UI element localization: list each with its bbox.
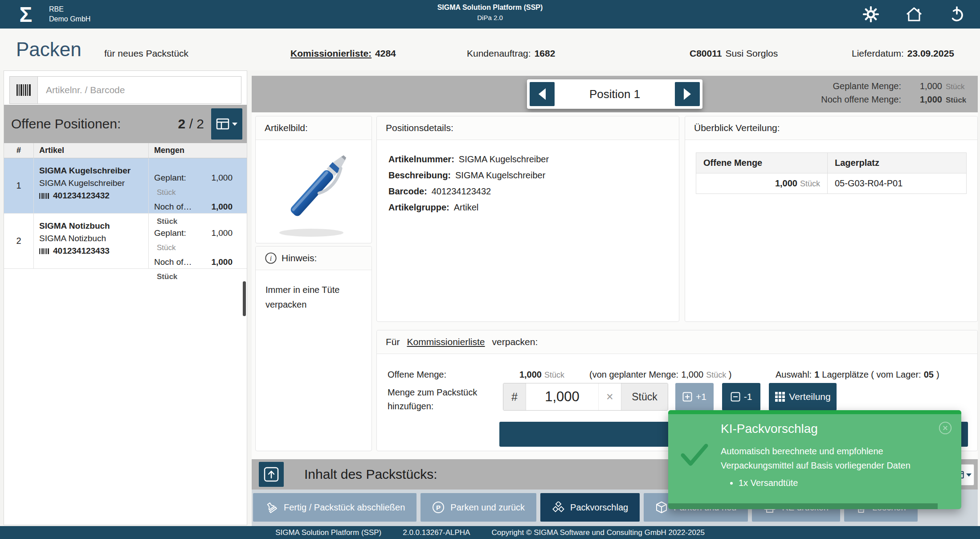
hint-card: i Hinweis: Immer in eine Tüte verpacken bbox=[255, 246, 372, 451]
open-positions-panel: Offene Positionen: 2 / 2 # Artikel Menge… bbox=[4, 70, 247, 525]
toast-suggestion-item: 1x Versandtüte bbox=[739, 478, 798, 488]
chevron-down-icon bbox=[966, 473, 972, 477]
quantity-label: Menge zum Packstück hinzufügen: bbox=[388, 386, 477, 413]
quantity-input-group: # × Stück bbox=[503, 383, 668, 411]
home-icon[interactable] bbox=[905, 6, 923, 23]
package-content-title: Inhalt des Packstücks: bbox=[304, 467, 437, 482]
next-position-button[interactable] bbox=[675, 82, 700, 106]
footer-copyright: Copyright © SIGMA Software und Consultin… bbox=[491, 528, 704, 537]
toast-progress-bar bbox=[668, 503, 938, 509]
hint-title: Hinweis: bbox=[282, 253, 317, 263]
info-icon: i bbox=[265, 252, 277, 264]
chevron-down-icon bbox=[232, 123, 237, 126]
company-name: RBE Demo GmbH bbox=[49, 4, 90, 24]
grid-icon bbox=[775, 391, 785, 402]
view-options-button[interactable] bbox=[211, 108, 242, 140]
detail-row: Beschreibung:SIGMA Kugelschreiber bbox=[388, 170, 667, 181]
table-row[interactable]: 1 SIGMA Kugelschreiber SIGMA Kugelschrei… bbox=[4, 158, 247, 214]
collapse-panel-button[interactable] bbox=[259, 462, 284, 487]
customer-info: C80011Susi Sorglos bbox=[690, 48, 778, 59]
open-positions-header: Offene Positionen: 2 / 2 bbox=[4, 105, 247, 143]
open-quantity-row: Offene Menge:1,000Stück(von geplanter Me… bbox=[388, 370, 732, 380]
svg-text:i: i bbox=[270, 255, 272, 262]
barcode-search bbox=[9, 76, 241, 104]
position-navigator: Position 1 bbox=[527, 79, 702, 109]
article-image bbox=[256, 140, 372, 243]
article-title: SIGMA Kugelschreiber bbox=[39, 165, 146, 177]
delivery-date-info: Lieferdatum:23.09.2025 bbox=[852, 48, 954, 59]
plus-one-button[interactable]: +1 bbox=[675, 383, 714, 411]
arrow-up-icon bbox=[264, 467, 279, 482]
article-subtitle: SIGMA Kugelschreiber bbox=[39, 177, 146, 189]
toast-title: KI-Packvorschlag bbox=[721, 422, 818, 436]
table-row[interactable]: 2 SIGMA Notizbuch SIGMA Notizbuch 401234… bbox=[4, 214, 247, 269]
position-label: Position 1 bbox=[589, 87, 640, 101]
detail-row: Barcode:401234123432 bbox=[388, 186, 667, 197]
park-icon: P bbox=[432, 501, 445, 514]
svg-text:P: P bbox=[436, 504, 441, 511]
power-icon[interactable] bbox=[949, 6, 965, 23]
quantity-unit: Stück bbox=[621, 383, 668, 410]
toast-accent-bar bbox=[668, 410, 961, 414]
clear-quantity-button[interactable]: × bbox=[598, 383, 621, 410]
distribution-title: Überblick Verteilung: bbox=[685, 116, 977, 140]
positions-table-header: # Artikel Mengen bbox=[4, 143, 247, 158]
package-suggestion-icon bbox=[552, 502, 564, 514]
arrow-right-icon bbox=[684, 88, 691, 100]
distribution-row: 1,000Stück 05-G03-R04-P01 bbox=[696, 173, 966, 193]
top-navbar: Σ RBE Demo GmbH SIGMA Solution Platform … bbox=[0, 0, 980, 29]
barcode-icon bbox=[10, 77, 38, 103]
detail-row: Artikelgruppe:Artikel bbox=[388, 202, 667, 213]
finish-package-button[interactable]: Fertig / Packstück abschließen bbox=[253, 493, 416, 522]
close-icon[interactable] bbox=[938, 421, 952, 437]
picklist-link[interactable]: Kommissionierliste bbox=[407, 337, 485, 347]
check-icon bbox=[680, 442, 709, 470]
article-barcode: 401234123433 bbox=[53, 245, 110, 257]
customer-order-info: Kundenauftrag:1682 bbox=[467, 48, 555, 59]
distribution-table: Offene Menge Lagerplatz 1,000Stück 05-G0… bbox=[696, 152, 967, 194]
stamp-icon bbox=[265, 501, 278, 514]
article-title: SIGMA Notizbuch bbox=[39, 220, 146, 232]
hint-text: Immer in eine Tüte verpacken bbox=[256, 270, 372, 325]
page-title: Packen bbox=[16, 38, 82, 61]
footer-version: 2.0.0.13267-ALPHA bbox=[403, 528, 470, 537]
minus-box-icon bbox=[731, 392, 740, 402]
footer: SIGMA Solution Platform (SSP) 2.0.0.1326… bbox=[0, 526, 980, 539]
ai-pack-suggestion-toast: KI-Packvorschlag Automatisch berechnete … bbox=[668, 410, 961, 509]
quantity-input[interactable] bbox=[526, 383, 598, 410]
scrollbar-thumb[interactable] bbox=[243, 281, 246, 316]
pack-suggestion-button[interactable]: Packvorschlag bbox=[540, 493, 640, 522]
main-content: Artikelbild: bbox=[252, 112, 978, 459]
app-subtitle: DiPa 2.0 bbox=[437, 14, 543, 21]
search-input[interactable] bbox=[38, 77, 241, 103]
position-details-card: Positionsdetails: Artikelnummer:SIGMA Ku… bbox=[376, 116, 679, 322]
previous-position-button[interactable] bbox=[530, 82, 555, 106]
position-bar: Position 1 Geplante Menge:1,000Stück Noc… bbox=[252, 76, 978, 112]
quantity-prefix: # bbox=[503, 383, 526, 410]
page-header: Packen für neues Packstück Komissionierl… bbox=[0, 29, 980, 70]
distribution-button[interactable]: Verteilung bbox=[769, 383, 837, 411]
detail-row: Artikelnummer:SIGMA Kugelschreiber bbox=[388, 154, 667, 165]
open-positions-count: 2 / 2 bbox=[178, 116, 204, 132]
position-details-title: Positionsdetails: bbox=[377, 116, 679, 140]
article-subtitle: SIGMA Notizbuch bbox=[39, 232, 146, 245]
sigma-logo: Σ bbox=[13, 2, 38, 27]
selection-summary: Auswahl:1Lagerplätze ( vom Lager:05) bbox=[776, 370, 939, 380]
arrow-left-icon bbox=[539, 88, 546, 100]
picklist-info: Komissionierliste:4284 bbox=[290, 48, 396, 59]
position-quantities: Geplante Menge:1,000Stück Noch offene Me… bbox=[821, 81, 971, 105]
box-icon bbox=[655, 501, 668, 514]
article-image-card: Artikelbild: bbox=[255, 116, 372, 243]
park-and-back-button[interactable]: P Parken und zurück bbox=[421, 493, 536, 522]
article-barcode: 401234123432 bbox=[53, 189, 110, 202]
article-image-title: Artikelbild: bbox=[256, 116, 372, 140]
picklist-link[interactable]: Komissionierliste: bbox=[290, 48, 372, 58]
app-title-block: SIGMA Solution Platform (SSP) DiPa 2.0 bbox=[437, 4, 543, 21]
barcode-icon bbox=[39, 248, 50, 255]
toast-description: Automatisch berechnete und empfohlene Ve… bbox=[721, 444, 911, 473]
plus-box-icon bbox=[682, 392, 692, 402]
table-layout-icon bbox=[216, 118, 229, 130]
distribution-overview-card: Überblick Verteilung: Offene Menge Lager… bbox=[685, 116, 978, 322]
minus-one-button[interactable]: -1 bbox=[722, 383, 760, 411]
settings-gear-icon[interactable] bbox=[862, 6, 879, 23]
